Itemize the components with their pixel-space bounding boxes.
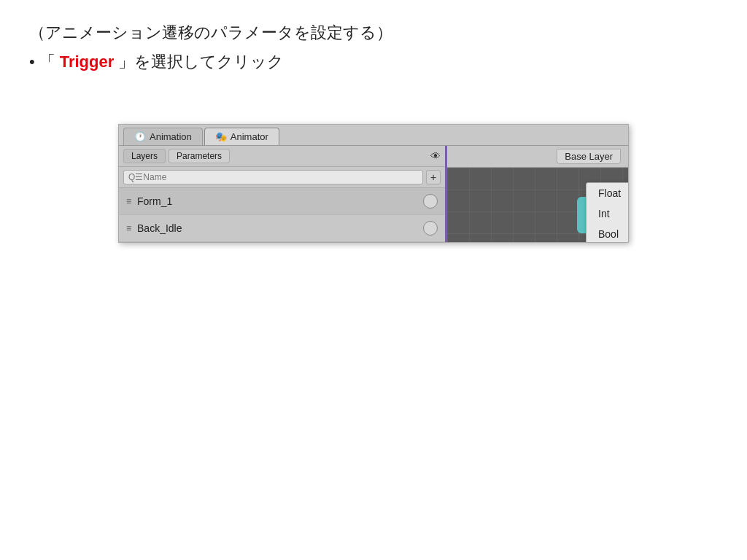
param-item-back-idle[interactable]: ≡ Back_Idle xyxy=(119,215,445,242)
base-layer-label: Base Layer xyxy=(557,149,621,164)
param-circle-back-idle xyxy=(423,221,438,236)
dropdown-item-int[interactable]: Int xyxy=(587,203,628,224)
right-panel: Base Layer Float Int Bool Trigger xyxy=(447,146,628,242)
sub-tab-layers[interactable]: Layers xyxy=(123,149,166,163)
tab-animation[interactable]: 🕐 Animation xyxy=(123,128,203,145)
instruction-line1: （アニメーション遷移のパラメータを設定する） xyxy=(29,22,718,44)
tab-animator-label: Animator xyxy=(231,131,268,142)
param-circle-form1 xyxy=(423,194,438,209)
clock-icon: 🕐 xyxy=(134,131,146,142)
right-top-bar: Base Layer xyxy=(447,146,628,168)
left-panel: Layers Parameters 👁 + ≡ Form_1 xyxy=(119,146,447,242)
param-name-back-idle: Back_Idle xyxy=(137,222,423,234)
dropdown-item-bool[interactable]: Bool xyxy=(587,224,628,242)
instruction-line2: • 「Trigger」を選択してクリック xyxy=(29,51,718,73)
tab-bar: 🕐 Animation 🎭 Animator xyxy=(119,125,628,146)
main-area: Layers Parameters 👁 + ≡ Form_1 xyxy=(119,146,628,242)
search-row: + xyxy=(119,167,445,188)
dropdown-menu: Float Int Bool Trigger xyxy=(586,182,628,242)
param-item-form1[interactable]: ≡ Form_1 xyxy=(119,188,445,215)
screenshot-container: 🕐 Animation 🎭 Animator Layers Parameters… xyxy=(118,124,629,243)
search-input[interactable] xyxy=(123,170,423,184)
dropdown-item-float[interactable]: Float xyxy=(587,183,628,203)
equals-icon-back-idle: ≡ xyxy=(126,223,131,233)
param-name-form1: Form_1 xyxy=(137,195,423,207)
sub-tab-parameters[interactable]: Parameters xyxy=(169,149,230,163)
instruction-suffix: 」を選択してクリック xyxy=(118,51,284,73)
eye-icon: 👁 xyxy=(430,150,441,162)
page-content: （アニメーション遷移のパラメータを設定する） • 「Trigger」を選択してク… xyxy=(0,0,747,88)
graph-canvas: Float Int Bool Trigger xyxy=(447,168,628,242)
instruction-prefix: 「 xyxy=(39,51,55,73)
equals-icon-form1: ≡ xyxy=(126,196,131,206)
animator-icon: 🎭 xyxy=(215,131,227,142)
add-button[interactable]: + xyxy=(426,170,441,184)
trigger-highlight: Trigger xyxy=(60,52,115,71)
sub-tabs-row: Layers Parameters 👁 xyxy=(119,146,445,167)
tab-animation-label: Animation xyxy=(150,131,192,142)
bullet: • xyxy=(29,52,35,71)
tab-animator[interactable]: 🎭 Animator xyxy=(204,128,279,145)
param-list: ≡ Form_1 ≡ Back_Idle xyxy=(119,188,445,242)
